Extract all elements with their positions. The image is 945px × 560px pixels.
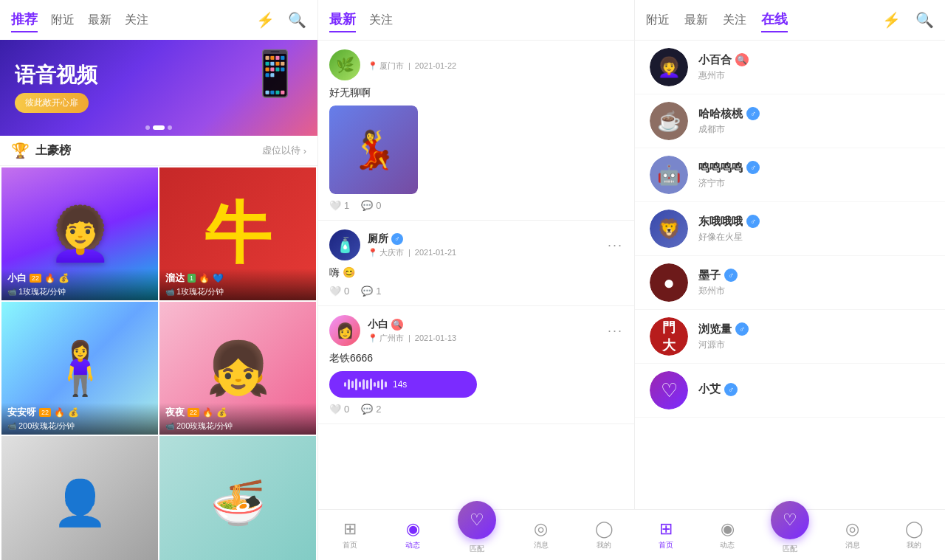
online-avatar-4: 🦁 [650, 210, 688, 248]
right-nav-home[interactable]: ⊞ 首页 [647, 519, 684, 550]
online-user-5[interactable]: ● 墨子 ♂ 郑州市 [635, 256, 945, 310]
online-user-1-name: 小百合 🔍 [698, 53, 749, 67]
mid-mine-label: 我的 [597, 540, 611, 550]
nav-recommend[interactable]: 推荐 [11, 7, 38, 32]
user-2-gender: ♂ [746, 107, 760, 120]
post-3-name: 小白 🔍 [368, 318, 456, 331]
middle-nav-mine[interactable]: ◯ 我的 [585, 519, 622, 550]
top-list-more[interactable]: 虚位以待 › [262, 144, 306, 157]
online-avatar-5: ● [650, 263, 688, 302]
right-bottom-nav: ⊞ 首页 ◉ 动态 ♡ 匹配 ◎ 消息 ◯ 我的 [635, 509, 945, 560]
online-user-2[interactable]: ☕ 哈哈核桃 ♂ 成都市 [635, 94, 945, 148]
online-user-4-name: 东哦哦哦 ♂ [698, 215, 760, 229]
mid-home-label: 首页 [343, 540, 357, 550]
banner-button[interactable]: 彼此敞开心扉 [15, 93, 89, 113]
top-list-title: 土豪榜 [35, 143, 71, 159]
post-2: 🧴 厕所 ♂ 📍 大庆市 | 2021-01-21 ··· 嗨 😊 [318, 221, 634, 306]
online-user-7[interactable]: ♡ 小艾 ♂ [635, 364, 945, 418]
online-avatar-7: ♡ [650, 371, 688, 409]
comment-icon-2: 💬 [361, 286, 373, 297]
online-user-4-info: 东哦哦哦 ♂ 好像在火星 [698, 215, 760, 243]
right-nav-match[interactable]: ♡ 匹配 [771, 516, 809, 554]
grid-name-4: 夜夜 [165, 406, 185, 419]
heart-icon-2: 🤍 [329, 286, 341, 297]
mid-match-btn[interactable]: ♡ [458, 501, 496, 539]
location-icon: 📍 [368, 61, 378, 71]
right-match-btn[interactable]: ♡ [771, 501, 809, 539]
audio-duration: 14s [393, 379, 407, 390]
online-user-1[interactable]: 👩‍🦱 小百合 🔍 惠州市 [635, 41, 945, 94]
post-3-actions: 🤍 0 💬 2 [329, 404, 623, 415]
right-filter-icon[interactable]: ⚡ [882, 11, 901, 29]
right-search-icon[interactable]: 🔍 [915, 11, 934, 29]
post-1-avatar[interactable]: 🌿 [329, 49, 360, 80]
right-nav-follow[interactable]: 关注 [723, 10, 746, 31]
post-2-more[interactable]: ··· [608, 238, 623, 253]
grid-item-3[interactable]: 🧍‍♀️ 安安呀 22 🔥💰 📹 200玫瑰花/分钟 [1, 302, 158, 435]
banner-dot-2[interactable] [153, 125, 165, 130]
audio-player[interactable]: 14s [329, 371, 477, 398]
right-nav-mine[interactable]: ◯ 我的 [896, 519, 932, 550]
banner-text: 语音视频 彼此敞开心扉 [15, 63, 97, 114]
post-2-like[interactable]: 🤍 0 [329, 286, 349, 297]
grid-item-1[interactable]: 👩‍🦱 小白 22 🔥💰 📹 1玫瑰花/分钟 [1, 167, 158, 300]
post-1: 🌿 📍 厦门市 | 2021-01-22 好无聊啊 💃 🤍 1 [318, 41, 634, 221]
post-3-user: 小白 🔍 📍 广州市 | 2021-01-13 [368, 318, 456, 344]
nav-latest[interactable]: 最新 [88, 10, 111, 31]
post-3-comment[interactable]: 💬 2 [361, 404, 381, 415]
nav-follow[interactable]: 关注 [125, 10, 148, 31]
chevron-icon: › [303, 145, 306, 156]
banner-dot-1[interactable] [145, 125, 150, 130]
right-nav: 附近 最新 关注 在线 ⚡ 🔍 [635, 0, 945, 41]
banner-figure: 📱 [247, 47, 303, 100]
grid-overlay-3: 安安呀 22 🔥💰 📹 200玫瑰花/分钟 [1, 403, 158, 435]
middle-nav-message[interactable]: ◎ 消息 [523, 519, 560, 550]
filter-icon[interactable]: ⚡ [256, 11, 275, 29]
middle-nav-home[interactable]: ⊞ 首页 [331, 519, 368, 550]
mid-dynamic-label: 动态 [405, 540, 420, 550]
right-nav-latest[interactable]: 最新 [684, 10, 708, 31]
online-user-3[interactable]: 🤖 鸣鸣鸣鸣 ♂ 济宁市 [635, 148, 945, 202]
post-3-location: 📍 广州市 [368, 333, 404, 344]
online-user-6[interactable]: 門大 浏览量 ♂ 河源市 [635, 310, 945, 364]
post-1-comment[interactable]: 💬 0 [361, 200, 381, 211]
right-home-label: 首页 [659, 540, 673, 550]
online-user-4[interactable]: 🦁 东哦哦哦 ♂ 好像在火星 [635, 202, 945, 256]
middle-nav-latest[interactable]: 最新 [329, 7, 356, 32]
nav-nearby[interactable]: 附近 [51, 10, 75, 31]
post-3-more[interactable]: ··· [608, 323, 623, 339]
post-2-avatar[interactable]: 🧴 [329, 229, 360, 260]
middle-nav-follow[interactable]: 关注 [369, 10, 393, 31]
online-user-3-name: 鸣鸣鸣鸣 ♂ [698, 161, 760, 175]
user-3-gender: ♂ [746, 161, 760, 174]
right-match-icon: ♡ [783, 511, 797, 530]
mid-message-label: 消息 [534, 540, 549, 550]
post-3-date: 2021-01-13 [415, 333, 456, 342]
post-1-user: 📍 厦门市 | 2021-01-22 [368, 59, 456, 72]
grid-item-2[interactable]: 牛 溜达 1 🔥💙 📹 1玫瑰花/分钟 [159, 167, 316, 300]
post-1-header: 🌿 📍 厦门市 | 2021-01-22 [329, 49, 623, 80]
right-nav-dynamic[interactable]: ◉ 动态 [709, 519, 746, 550]
post-1-content: 好无聊啊 [329, 86, 623, 100]
online-user-5-name: 墨子 ♂ [698, 269, 738, 283]
search-icon[interactable]: 🔍 [288, 11, 306, 29]
grid-item-4[interactable]: 👧 夜夜 22 🔥💰 📹 200玫瑰花/分钟 [159, 302, 316, 435]
post-2-comment[interactable]: 💬 1 [361, 286, 381, 297]
online-users-list: 👩‍🦱 小百合 🔍 惠州市 ☕ 哈哈核桃 ♂ 成都市 [635, 41, 945, 509]
grid-item-6[interactable]: 🍜 [159, 436, 316, 560]
online-user-6-loc: 河源市 [698, 339, 749, 351]
post-3-like[interactable]: 🤍 0 [329, 404, 349, 415]
right-panel: 附近 最新 关注 在线 ⚡ 🔍 👩‍🦱 小百合 🔍 惠州市 ☕ [635, 0, 945, 560]
grid-item-5[interactable]: 👤 [1, 436, 158, 560]
post-3-avatar[interactable]: 👩 [329, 315, 360, 346]
right-nav-nearby[interactable]: 附近 [646, 10, 670, 31]
post-1-like[interactable]: 🤍 1 [329, 200, 349, 211]
right-nav-message[interactable]: ◎ 消息 [834, 519, 871, 550]
grid-price-4: 📹 200玫瑰花/分钟 [165, 421, 310, 432]
post-1-actions: 🤍 1 💬 0 [329, 200, 623, 211]
grid-name-2: 溜达 [165, 272, 185, 285]
middle-nav-dynamic[interactable]: ◉ 动态 [394, 519, 431, 550]
middle-nav-match[interactable]: ♡ 匹配 [458, 516, 496, 554]
right-nav-online[interactable]: 在线 [761, 7, 788, 32]
banner-dot-3[interactable] [168, 125, 172, 130]
